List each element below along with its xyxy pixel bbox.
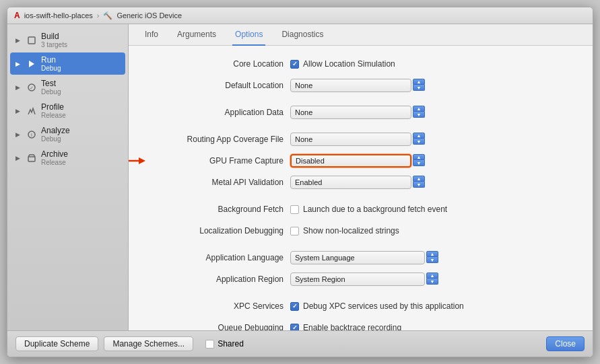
default-location-select[interactable]: None bbox=[290, 79, 411, 92]
gpu-frame-capture-row: GPU Frame Capture Disabled ▲ ▼ bbox=[149, 153, 572, 168]
gpu-frame-capture-select[interactable]: Disabled bbox=[290, 154, 411, 168]
queue-debugging-checkbox[interactable] bbox=[290, 324, 299, 331]
divider-3 bbox=[149, 196, 572, 202]
build-icon bbox=[26, 35, 37, 46]
tab-options[interactable]: Options bbox=[232, 24, 265, 46]
sidebar-item-run[interactable]: ▶ Run Debug bbox=[10, 52, 125, 75]
sidebar-item-build[interactable]: ▶ Build 3 targets bbox=[10, 29, 125, 51]
application-data-stepper-up[interactable]: ▲ bbox=[413, 106, 425, 112]
application-data-select[interactable]: None bbox=[290, 106, 411, 119]
background-fetch-label: Background Fetch bbox=[149, 205, 290, 214]
default-location-row: Default Location None ▲ ▼ bbox=[149, 78, 572, 93]
app-language-stepper-up[interactable]: ▲ bbox=[426, 251, 438, 257]
sidebar: ▶ Build 3 targets ▶ bbox=[7, 24, 129, 330]
routing-stepper: ▲ ▼ bbox=[413, 133, 425, 146]
app-region-value: System Region ▲ ▼ bbox=[290, 272, 572, 286]
arrow-icon-archive: ▶ bbox=[15, 155, 22, 161]
core-location-text: Allow Location Simulation bbox=[303, 59, 395, 69]
localization-row: Localization Debugging Show non-localize… bbox=[149, 223, 572, 238]
tab-bar: Info Arguments Options Diagnostics bbox=[129, 24, 593, 46]
right-panel: Info Arguments Options Diagnostics Core … bbox=[129, 24, 593, 330]
metal-api-stepper: ▲ ▼ bbox=[413, 176, 425, 189]
archive-icon bbox=[26, 153, 37, 163]
app-region-row: Application Region System Region ▲ ▼ bbox=[149, 272, 572, 287]
tab-diagnostics[interactable]: Diagnostics bbox=[279, 24, 326, 46]
application-data-stepper-down[interactable]: ▼ bbox=[413, 112, 425, 118]
gpu-frame-capture-label: GPU Frame Capture bbox=[149, 156, 290, 166]
app-language-select[interactable]: System Language bbox=[290, 251, 425, 264]
default-location-label: Default Location bbox=[149, 81, 290, 90]
app-region-stepper-down[interactable]: ▼ bbox=[426, 279, 438, 285]
routing-value: None ▲ ▼ bbox=[290, 133, 572, 146]
app-language-label: Application Language bbox=[149, 253, 290, 262]
xpc-services-text: Debug XPC services used by this applicat… bbox=[303, 301, 464, 311]
settings-content: Core Location Allow Location Simulation … bbox=[129, 46, 593, 330]
shared-label: Shared bbox=[218, 339, 244, 349]
gpu-frame-capture-value: Disabled ▲ ▼ bbox=[290, 154, 572, 168]
red-arrow-annotation bbox=[129, 154, 149, 168]
duplicate-scheme-button[interactable]: Duplicate Scheme bbox=[15, 336, 98, 351]
arrow-icon-build: ▶ bbox=[15, 37, 22, 44]
build-text: Build 3 targets bbox=[41, 32, 67, 48]
analyze-text: Analyze Debug bbox=[41, 126, 70, 143]
application-data-select-wrapper: None ▲ ▼ bbox=[290, 106, 425, 119]
shared-checkbox-group: Shared bbox=[205, 339, 244, 349]
routing-row: Routing App Coverage File None ▲ ▼ bbox=[149, 132, 572, 147]
queue-debugging-value: Enable backtrace recording bbox=[290, 323, 572, 330]
sidebar-item-analyze[interactable]: ▶ i Analyze Debug bbox=[10, 123, 125, 145]
divider-5 bbox=[149, 293, 572, 299]
divider-4 bbox=[149, 245, 572, 250]
shared-checkbox[interactable] bbox=[205, 340, 214, 349]
queue-debugging-text: Enable backtrace recording bbox=[303, 323, 401, 330]
gpu-frame-capture-stepper-down[interactable]: ▼ bbox=[413, 160, 425, 166]
background-fetch-checkbox[interactable] bbox=[290, 205, 299, 214]
app-language-select-wrapper: System Language ▲ ▼ bbox=[290, 251, 438, 264]
localization-checkbox[interactable] bbox=[290, 227, 299, 235]
sidebar-item-profile[interactable]: ▶ Profile Release bbox=[10, 100, 125, 122]
app-region-stepper-up[interactable]: ▲ bbox=[426, 272, 438, 279]
application-data-value: None ▲ ▼ bbox=[290, 106, 572, 119]
localization-text: Show non-localized strings bbox=[303, 226, 399, 235]
default-location-stepper: ▲ ▼ bbox=[413, 79, 425, 92]
routing-select[interactable]: None bbox=[290, 133, 411, 146]
core-location-value: Allow Location Simulation bbox=[290, 59, 572, 69]
localization-value: Show non-localized strings bbox=[290, 226, 572, 235]
svg-rect-6 bbox=[28, 157, 35, 161]
svg-marker-8 bbox=[139, 157, 145, 164]
app-language-stepper-down[interactable]: ▼ bbox=[426, 257, 438, 263]
sidebar-item-test[interactable]: ▶ ✓ Test Debug bbox=[10, 76, 125, 98]
gpu-frame-capture-stepper-up[interactable]: ▲ bbox=[413, 154, 425, 160]
app-region-label: Application Region bbox=[149, 275, 290, 284]
main-content: ▶ Build 3 targets ▶ bbox=[7, 24, 593, 330]
tab-info[interactable]: Info bbox=[142, 24, 161, 46]
background-fetch-value: Launch due to a background fetch event bbox=[290, 205, 572, 214]
default-location-stepper-up[interactable]: ▲ bbox=[413, 79, 425, 85]
manage-schemes-button[interactable]: Manage Schemes... bbox=[104, 336, 193, 351]
test-icon: ✓ bbox=[26, 82, 37, 93]
archive-text: Archive Release bbox=[41, 149, 68, 166]
svg-text:✓: ✓ bbox=[30, 85, 34, 90]
metal-api-stepper-down[interactable]: ▼ bbox=[413, 182, 425, 188]
background-fetch-row: Background Fetch Launch due to a backgro… bbox=[149, 202, 572, 217]
device-name: Generic iOS Device bbox=[116, 11, 182, 20]
metal-api-select[interactable]: Enabled bbox=[290, 176, 411, 189]
core-location-label: Core Location bbox=[149, 59, 290, 69]
gpu-frame-capture-stepper: ▲ ▼ bbox=[413, 154, 425, 168]
default-location-stepper-down[interactable]: ▼ bbox=[413, 85, 425, 91]
core-location-checkbox[interactable] bbox=[290, 60, 299, 69]
routing-stepper-down[interactable]: ▼ bbox=[413, 139, 425, 145]
arrow-icon-test: ▶ bbox=[15, 84, 22, 91]
default-location-value: None ▲ ▼ bbox=[290, 79, 572, 92]
metal-api-row: Metal API Validation Enabled ▲ ▼ bbox=[149, 175, 572, 190]
xpc-services-label: XPC Services bbox=[149, 301, 290, 311]
arrow-icon-profile: ▶ bbox=[15, 108, 22, 114]
close-button[interactable]: Close bbox=[546, 336, 585, 351]
metal-api-stepper-up[interactable]: ▲ bbox=[413, 176, 425, 182]
metal-api-select-wrapper: Enabled ▲ ▼ bbox=[290, 176, 425, 189]
queue-debugging-label: Queue Debugging bbox=[149, 323, 290, 330]
routing-stepper-up[interactable]: ▲ bbox=[413, 133, 425, 139]
sidebar-item-archive[interactable]: ▶ Archive Release bbox=[10, 147, 125, 169]
tab-arguments[interactable]: Arguments bbox=[174, 24, 219, 46]
app-region-select[interactable]: System Region bbox=[290, 272, 425, 286]
xpc-services-checkbox[interactable] bbox=[290, 302, 299, 311]
